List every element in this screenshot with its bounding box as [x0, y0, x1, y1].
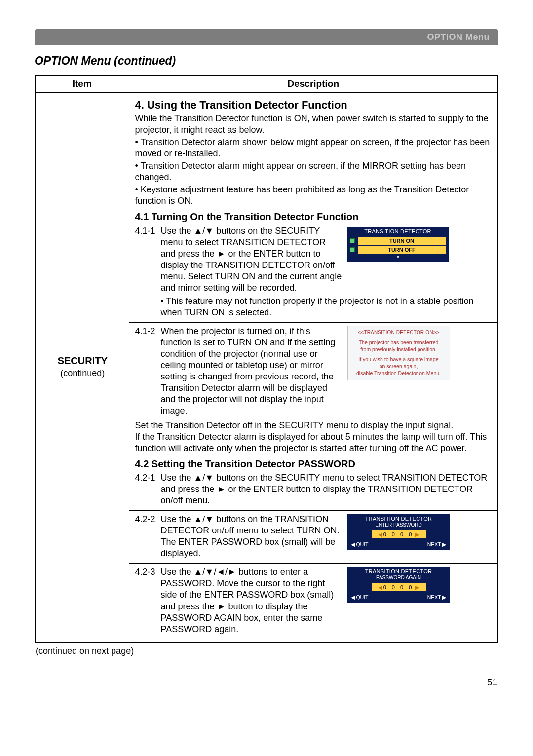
- divider: [129, 322, 498, 323]
- step-note: • This feature may not function properly…: [161, 296, 493, 318]
- step-number: 4.2-1: [135, 472, 161, 506]
- item-suffix: (continued): [41, 368, 124, 379]
- step-text: When the projector is turned on, if this…: [161, 326, 347, 416]
- header-breadcrumb: OPTION Menu: [427, 32, 490, 42]
- description-cell: 4. Using the Transition Detector Functio…: [129, 93, 498, 643]
- osd-down-arrow-icon: ▾: [348, 254, 448, 262]
- osd-next-label: NEXT ▶: [427, 594, 447, 601]
- heading-4-1: 4.1 Turning On the Transition Detector F…: [135, 211, 493, 224]
- step-number: 4.2-2: [135, 514, 161, 559]
- osd-option-turn-off: TURN OFF: [358, 246, 446, 254]
- osd-alarm-title: <<TRANSITION DETECTOR ON>>: [350, 329, 448, 336]
- step-text: Use the ▲/▼ buttons on the SECURITY menu…: [161, 472, 493, 506]
- col-header-description: Description: [129, 75, 498, 93]
- osd-alarm-line: from previously installed position.: [350, 346, 448, 353]
- step-text: Use the ▲/▼ buttons on the TRANSITION DE…: [161, 514, 347, 559]
- bullet-1: • Transition Detector alarm shown below …: [135, 137, 493, 159]
- osd-next-label: NEXT ▶: [427, 541, 447, 548]
- osd-quit-label: ◀ QUIT: [351, 541, 369, 548]
- osd-title: TRANSITION DETECTOR: [348, 227, 448, 236]
- osd-alarm-line: on screen again,: [350, 363, 448, 370]
- osd-password-again-label: PASSWORD AGAIN: [348, 575, 450, 583]
- step-text: Use the ▲/▼ buttons on the SECURITY menu…: [161, 226, 347, 294]
- intro-paragraph: While the Transition Detector function i…: [135, 113, 493, 136]
- osd-option-turn-on: TURN ON: [358, 237, 446, 245]
- step-number: 4.2-3: [135, 567, 161, 635]
- step-4-1-2: 4.1-2 When the projector is turned on, i…: [135, 326, 493, 416]
- step-4-2-3: 4.2-3 Use the ▲/▼/◄/► buttons to enter a…: [135, 567, 493, 635]
- col-header-item: Item: [35, 75, 129, 93]
- step-text: Use the ▲/▼/◄/► buttons to enter a PASSW…: [161, 567, 347, 635]
- osd-alarm-line: If you wish to have a square image: [350, 356, 448, 363]
- osd-transition-detector-menu: TRANSITION DETECTOR TURN ON TURN OFF ▾: [347, 227, 449, 262]
- osd-quit-label: ◀ QUIT: [351, 594, 369, 601]
- bullet-3: • Keystone adjustment feature has been p…: [135, 184, 493, 207]
- header-bar: OPTION Menu: [35, 29, 498, 45]
- osd-alarm-box: <<TRANSITION DETECTOR ON>> The projector…: [347, 326, 450, 380]
- page-title: OPTION Menu (continued): [35, 54, 498, 68]
- osd-password-digits: 0 0 0 0: [372, 583, 426, 591]
- option-menu-table: Item Description SECURITY (continued) 4.…: [35, 75, 498, 643]
- item-name: SECURITY: [41, 355, 124, 368]
- divider: [129, 563, 498, 564]
- item-cell-security: SECURITY (continued): [35, 93, 129, 643]
- page-number: 51: [0, 677, 497, 688]
- osd-pass-title: TRANSITION DETECTOR: [348, 567, 450, 575]
- osd-pass-title: TRANSITION DETECTOR: [348, 514, 450, 522]
- heading-4-2: 4.2 Setting the Transition Detector PASS…: [135, 458, 493, 471]
- bullet-icon: [350, 247, 355, 252]
- step-number: 4.1-1: [135, 226, 161, 294]
- post-paragraph-2: If the Transition Detector alarm is disp…: [135, 431, 493, 454]
- heading-4: 4. Using the Transition Detector Functio…: [135, 98, 493, 112]
- continued-note: (continued on next page): [36, 646, 533, 656]
- osd-password-again: TRANSITION DETECTOR PASSWORD AGAIN 0 0 0…: [347, 567, 450, 603]
- osd-password-digits: 0 0 0 0: [372, 530, 426, 538]
- step-4-1-1: 4.1-1 Use the ▲/▼ buttons on the SECURIT…: [135, 226, 493, 294]
- bullet-icon: [350, 238, 355, 243]
- osd-enter-password-label: ENTER PASSWORD: [348, 522, 450, 530]
- post-paragraph-1: Set the Transition Detector off in the S…: [135, 420, 493, 431]
- osd-enter-password: TRANSITION DETECTOR ENTER PASSWORD 0 0 0…: [347, 514, 450, 550]
- osd-alarm-line: The projector has been transferred: [350, 339, 448, 346]
- divider: [129, 510, 498, 511]
- step-4-2-2: 4.2-2 Use the ▲/▼ buttons on the TRANSIT…: [135, 514, 493, 559]
- step-number: 4.1-2: [135, 326, 161, 416]
- osd-alarm-line: disable Transition Detector on Menu.: [350, 370, 448, 377]
- step-4-2-1: 4.2-1 Use the ▲/▼ buttons on the SECURIT…: [135, 472, 493, 506]
- bullet-2: • Transition Detector alarm might appear…: [135, 160, 493, 183]
